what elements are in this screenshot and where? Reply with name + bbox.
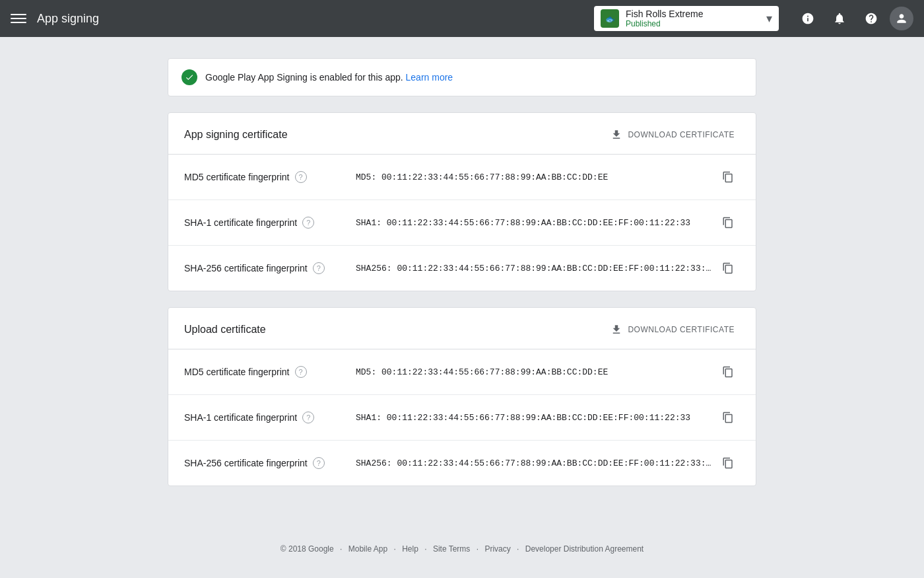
notice-text: Google Play App Signing is enabled for t… xyxy=(205,72,453,83)
upload-sha1-help-icon[interactable]: ? xyxy=(302,412,314,423)
upload-cert-title: Upload certificate xyxy=(184,324,266,336)
upload-sha256-row: SHA-256 certificate fingerprint ? SHA256… xyxy=(168,441,756,486)
footer-link-privacy[interactable]: Privacy xyxy=(484,544,510,554)
footer-link-site-terms[interactable]: Site Terms xyxy=(433,544,470,554)
download-signing-cert-button[interactable]: DOWNLOAD CERTIFICATE xyxy=(605,126,740,143)
copy-icon xyxy=(722,171,734,183)
sha1-help-icon[interactable]: ? xyxy=(302,217,314,229)
copy-upload-sha256-button[interactable] xyxy=(716,451,740,475)
signing-sha1-label: SHA-1 certificate fingerprint ? xyxy=(184,217,356,229)
hamburger-menu-icon[interactable] xyxy=(11,14,26,23)
copy-upload-sha1-button[interactable] xyxy=(716,406,740,429)
upload-sha1-value: SHA1: 00:11:22:33:44:55:66:77:88:99:AA:B… xyxy=(356,413,716,423)
download-icon xyxy=(610,324,622,336)
upload-sha1-row: SHA-1 certificate fingerprint ? SHA1: 00… xyxy=(168,395,756,441)
avatar-button[interactable] xyxy=(890,7,913,30)
header-icons xyxy=(795,5,913,32)
app-status: Published xyxy=(626,19,760,28)
copy-signing-sha1-button[interactable] xyxy=(716,211,740,235)
page-title: App signing xyxy=(37,12,583,26)
learn-more-link[interactable]: Learn more xyxy=(406,72,453,83)
footer-copyright: © 2018 Google xyxy=(280,544,334,554)
signing-sha256-label: SHA-256 certificate fingerprint ? xyxy=(184,262,356,274)
upload-cert-table: MD5 certificate fingerprint ? MD5: 00:11… xyxy=(168,349,756,486)
copy-icon xyxy=(722,457,734,469)
card-header-signing: App signing certificate DOWNLOAD CERTIFI… xyxy=(168,113,756,154)
download-upload-cert-button[interactable]: DOWNLOAD CERTIFICATE xyxy=(605,321,740,338)
copy-icon xyxy=(722,262,734,274)
footer: © 2018 Google · Mobile App · Help · Site… xyxy=(0,523,924,575)
download-icon xyxy=(610,129,622,141)
notification-button[interactable] xyxy=(826,5,853,32)
notice-bar: Google Play App Signing is enabled for t… xyxy=(168,58,756,96)
upload-md5-value: MD5: 00:11:22:33:44:55:66:77:88:99:AA:BB… xyxy=(356,367,716,377)
upload-sha256-help-icon[interactable]: ? xyxy=(313,457,325,469)
app-info: Fish Rolls Extreme Published xyxy=(626,9,760,29)
signing-cert-title: App signing certificate xyxy=(184,129,288,141)
check-icon xyxy=(182,69,197,85)
upload-sha1-label: SHA-1 certificate fingerprint ? xyxy=(184,412,356,423)
upload-sha256-value: SHA256: 00:11:22:33:44:55:66:77:88:99:AA… xyxy=(356,458,716,468)
signing-md5-row: MD5 certificate fingerprint ? MD5: 00:11… xyxy=(168,155,756,200)
sha256-help-icon[interactable]: ? xyxy=(313,262,325,274)
signing-sha256-row: SHA-256 certificate fingerprint ? SHA256… xyxy=(168,246,756,291)
signing-cert-table: MD5 certificate fingerprint ? MD5: 00:11… xyxy=(168,154,756,291)
app-selector[interactable]: 🐟 Fish Rolls Extreme Published ▾ xyxy=(594,6,779,32)
upload-sha256-label: SHA-256 certificate fingerprint ? xyxy=(184,457,356,469)
card-header-upload: Upload certificate DOWNLOAD CERTIFICATE xyxy=(168,308,756,349)
copy-icon xyxy=(722,366,734,378)
app-icon: 🐟 xyxy=(601,9,619,28)
app-signing-cert-card: App signing certificate DOWNLOAD CERTIFI… xyxy=(168,112,756,291)
signing-sha1-value: SHA1: 00:11:22:33:44:55:66:77:88:99:AA:B… xyxy=(356,218,716,228)
info-button[interactable] xyxy=(795,5,821,32)
copy-icon xyxy=(722,412,734,423)
upload-cert-card: Upload certificate DOWNLOAD CERTIFICATE … xyxy=(168,307,756,486)
help-button[interactable] xyxy=(858,5,884,32)
footer-link-help[interactable]: Help xyxy=(402,544,418,554)
header: App signing 🐟 Fish Rolls Extreme Publish… xyxy=(0,0,924,37)
upload-md5-help-icon[interactable]: ? xyxy=(295,366,307,378)
signing-sha1-row: SHA-1 certificate fingerprint ? SHA1: 00… xyxy=(168,200,756,246)
signing-md5-value: MD5: 00:11:22:33:44:55:66:77:88:99:AA:BB… xyxy=(356,172,716,182)
dropdown-arrow-icon: ▾ xyxy=(766,11,772,26)
upload-md5-row: MD5 certificate fingerprint ? MD5: 00:11… xyxy=(168,349,756,395)
footer-link-distribution-agreement[interactable]: Developer Distribution Agreement xyxy=(525,544,644,554)
signing-md5-label: MD5 certificate fingerprint ? xyxy=(184,171,356,183)
copy-signing-sha256-button[interactable] xyxy=(716,256,740,280)
copy-signing-md5-button[interactable] xyxy=(716,165,740,189)
copy-icon xyxy=(722,217,734,229)
footer-link-mobile-app[interactable]: Mobile App xyxy=(348,544,387,554)
md5-help-icon[interactable]: ? xyxy=(295,171,307,183)
copy-upload-md5-button[interactable] xyxy=(716,360,740,384)
svg-text:🐟: 🐟 xyxy=(605,14,615,24)
signing-sha256-value: SHA256: 00:11:22:33:44:55:66:77:88:99:AA… xyxy=(356,264,716,273)
upload-md5-label: MD5 certificate fingerprint ? xyxy=(184,366,356,378)
main-content: Google Play App Signing is enabled for t… xyxy=(152,37,772,523)
app-name: Fish Rolls Extreme xyxy=(626,9,760,20)
